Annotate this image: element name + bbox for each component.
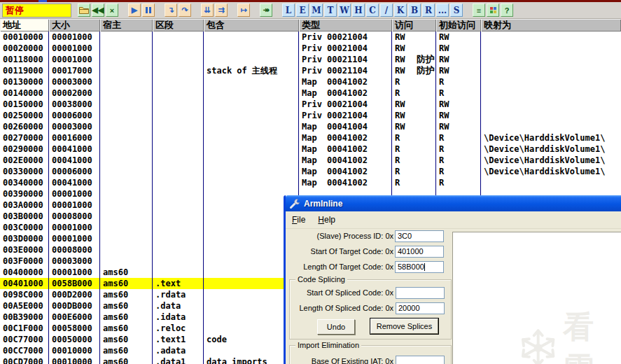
table-row[interactable]: 0011900000017000stack of 主线程Priv 0002110… xyxy=(0,65,621,76)
panel-button-T[interactable]: T xyxy=(324,4,337,17)
panel-button-M[interactable]: M xyxy=(310,4,323,17)
panel-button-dots[interactable]: ... xyxy=(436,4,449,17)
run-button[interactable]: ▶ xyxy=(128,4,141,17)
status-badge: 暂停 xyxy=(2,4,71,18)
cell-address: 002E0000 xyxy=(0,155,49,166)
cell-type: Map 00041002 xyxy=(299,177,392,188)
table-row[interactable]: 0026000000003000Map 00041004RWRW xyxy=(0,121,621,132)
cell-access: R xyxy=(392,144,436,155)
cell-section: .data1 xyxy=(153,356,204,364)
cell-size: 00010000 xyxy=(49,356,100,364)
column-header-5[interactable]: 类型 xyxy=(299,19,392,31)
list-view-button[interactable]: ≡ xyxy=(473,4,485,17)
cell-address: 00140000 xyxy=(0,88,49,99)
cell-section xyxy=(153,121,204,132)
column-header-8[interactable]: 映射为 xyxy=(481,19,621,31)
cell-section xyxy=(153,177,204,188)
animate-into-button[interactable]: ⇊ xyxy=(201,4,214,17)
remove-splices-button[interactable]: Remove Splices xyxy=(370,318,438,334)
column-header-2[interactable]: 宿主 xyxy=(100,19,153,31)
cell-owner xyxy=(100,43,153,54)
panel-button-C[interactable]: C xyxy=(366,4,379,17)
cell-address: 003D0000 xyxy=(0,233,49,244)
step-back-button[interactable]: ◀◀ xyxy=(92,4,104,17)
cell-section: .text xyxy=(153,278,204,289)
animate-over-button[interactable]: ⇉ xyxy=(215,4,228,17)
help-button[interactable]: ? xyxy=(501,4,513,17)
table-row[interactable]: 0014000000002000Map 00041002RR xyxy=(0,88,621,99)
panel-button-W[interactable]: W xyxy=(338,4,351,17)
undo-button[interactable]: Undo xyxy=(317,319,355,335)
cell-owner xyxy=(100,211,153,222)
column-header-3[interactable]: 区段 xyxy=(153,19,204,31)
table-row[interactable]: 0025000000006000Priv 00021004RWRW xyxy=(0,110,621,121)
cell-address: 00150000 xyxy=(0,99,49,110)
dialog-titlebar[interactable]: ArmInline xyxy=(286,195,621,211)
panel-button-B[interactable]: B xyxy=(408,4,421,17)
panel-button-S[interactable]: S xyxy=(450,4,463,17)
column-header-7[interactable]: 初始访问 xyxy=(436,19,481,31)
cell-owner xyxy=(100,244,153,255)
table-row[interactable]: 0033000000006000Map 00041002RR\Device\Ha… xyxy=(0,166,621,177)
existing-iat-base-field[interactable] xyxy=(396,356,445,364)
cell-owner: ams60 xyxy=(100,300,153,312)
cell-access: R xyxy=(392,76,436,88)
cell-section xyxy=(153,244,204,255)
table-row[interactable]: 0029000000041000Map 00041002RR\Device\Ha… xyxy=(0,144,621,155)
column-header-0[interactable]: 地址 xyxy=(0,19,49,31)
target-code-start-field[interactable]: 401000 xyxy=(395,246,444,258)
pause-button[interactable] xyxy=(142,4,155,17)
panel-button-H[interactable]: H xyxy=(352,4,365,17)
cell-size: 00001000 xyxy=(49,267,100,278)
cell-type: Map 00041004 xyxy=(299,121,392,132)
cell-contains xyxy=(204,110,299,121)
cell-owner xyxy=(100,255,153,267)
process-id-field[interactable]: 3C0 xyxy=(395,230,444,242)
menu-file[interactable]: File xyxy=(292,215,305,225)
cell-section xyxy=(153,88,204,99)
cell-initial-access: R xyxy=(436,132,481,144)
go-to-button[interactable]: ↠ xyxy=(260,4,272,17)
table-row[interactable]: 0027000000016000Map 00041002RR\Device\Ha… xyxy=(0,132,621,144)
cell-mapped-as xyxy=(481,43,621,54)
cell-size: 00058000 xyxy=(49,323,100,334)
cell-address: 00010000 xyxy=(0,31,49,43)
execute-till-return-button[interactable]: ↦ xyxy=(237,4,250,17)
spliced-code-start-field[interactable] xyxy=(396,287,445,299)
cell-owner xyxy=(100,65,153,76)
cell-size: 000E6000 xyxy=(49,312,100,323)
table-row[interactable]: 0015000000038000Priv 00021004RWRW xyxy=(0,99,621,110)
panel-button-L[interactable]: L xyxy=(282,4,295,17)
cell-access: R xyxy=(392,177,436,188)
column-header-6[interactable]: 访问 xyxy=(392,19,436,31)
table-row[interactable]: 002E000000041000Map 00041002RR\Device\Ha… xyxy=(0,155,621,166)
table-row[interactable]: 0034000000041000Map 00041002RR xyxy=(0,177,621,188)
spliced-code-start-label: Start Of Spliced Code: 0x xyxy=(290,287,393,299)
target-code-length-field[interactable]: 58B000 xyxy=(395,261,444,273)
step-into-button[interactable]: ↴ xyxy=(165,4,177,17)
panel-button-slash[interactable]: / xyxy=(380,4,393,17)
open-file-button[interactable] xyxy=(78,4,90,17)
table-row[interactable]: 0001000000001000Priv 00021004RWRW xyxy=(0,31,621,43)
close-button[interactable]: × xyxy=(106,4,118,17)
cell-owner xyxy=(100,88,153,99)
table-row[interactable]: 0013000000003000Map 00041002RR xyxy=(0,76,621,88)
panel-button-E[interactable]: E xyxy=(296,4,309,17)
panel-button-R[interactable]: R xyxy=(422,4,435,17)
cell-initial-access: R xyxy=(436,177,481,188)
column-header-1[interactable]: 大小 xyxy=(49,19,100,31)
table-row[interactable]: 0011800000001000Priv 00021104RW防护RW xyxy=(0,54,621,65)
panel-button-K[interactable]: K xyxy=(394,4,407,17)
table-row[interactable]: 0002000000001000Priv 00021004RWRW xyxy=(0,43,621,54)
spliced-code-length-field[interactable]: 20000 xyxy=(396,302,445,314)
cell-initial-access: RW xyxy=(436,31,481,43)
step-over-button[interactable]: ↷ xyxy=(179,4,191,17)
cell-mapped-as: \Device\HarddiskVolume1\ xyxy=(481,132,621,144)
cell-section: .adata xyxy=(153,345,204,356)
cell-mapped-as: \Device\HarddiskVolume1\ xyxy=(481,144,621,155)
cell-address: 00340000 xyxy=(0,177,49,188)
cell-mapped-as: \Device\HarddiskVolume1\ xyxy=(481,155,621,166)
windows-button[interactable] xyxy=(487,4,499,17)
column-header-4[interactable]: 包含 xyxy=(204,19,299,31)
menu-help[interactable]: Help xyxy=(318,215,335,225)
